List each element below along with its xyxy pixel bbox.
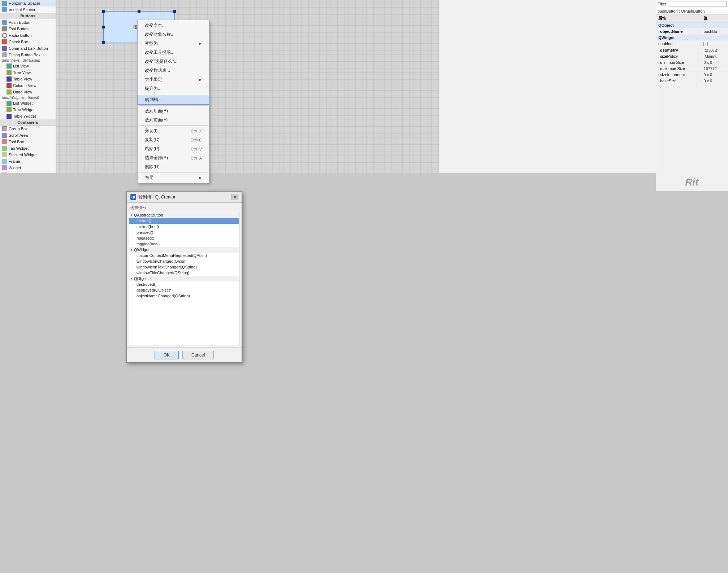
ctx-item-whatsthis[interactable]: 改变"这是什么"... bbox=[138, 57, 209, 66]
sidebar-item-tablewidget[interactable]: Table Widget bbox=[0, 113, 56, 119]
sidebar-item-radiobutton[interactable]: Radio Button bbox=[0, 32, 56, 39]
sidebar-item-listview[interactable]: List View bbox=[0, 63, 56, 69]
ctx-item-tooltip[interactable]: 改变工具提示... bbox=[138, 48, 209, 57]
signal-section-qobject[interactable]: ▾ QObject bbox=[129, 276, 239, 281]
filter-input[interactable] bbox=[668, 1, 727, 7]
sidebar-item-label: Tree View bbox=[13, 70, 31, 75]
signal-list[interactable]: ▾ QAbstractButton clicked() clicked(bool… bbox=[129, 212, 239, 345]
ctx-item-send-back[interactable]: 放到后面(B) bbox=[138, 106, 209, 115]
push-icon bbox=[2, 20, 7, 25]
sidebar-item-dialogbtn[interactable]: Dialog Button Box bbox=[0, 52, 56, 58]
signal-pressed[interactable]: pressed() bbox=[129, 229, 239, 235]
ctx-item-bring-front[interactable]: 放到前面(F) bbox=[138, 115, 209, 124]
sidebar-item-widget[interactable]: Widget bbox=[0, 165, 56, 171]
prop-row-geometry[interactable]: ›geometry [(230, 2 bbox=[656, 47, 728, 53]
ctx-label: 改变样式表... bbox=[145, 67, 170, 74]
item-views-category: Item Views...del-Based) bbox=[0, 58, 56, 63]
signal-objectname-changed[interactable]: objectNameChanged(QString) bbox=[129, 293, 239, 299]
signal-clicked[interactable]: clicked() bbox=[129, 218, 239, 224]
handle-bl bbox=[102, 41, 105, 44]
sidebar-item-stacked[interactable]: Stacked Widget bbox=[0, 152, 56, 158]
sidebar-item-toolbutton[interactable]: Tool Button bbox=[0, 26, 56, 32]
ctx-item-stylesheet[interactable]: 改变样式表... bbox=[138, 66, 209, 75]
signal-destroyed[interactable]: destroyed() bbox=[129, 281, 239, 287]
prop-row-basesize[interactable]: ›baseSize 0 x 0 bbox=[656, 78, 728, 84]
ctx-item-size-constraint[interactable]: 大小限定 ▶ bbox=[138, 75, 209, 84]
prop-val-sizeincrement: 0 x 0 bbox=[701, 71, 728, 78]
ctx-shortcut: Ctrl+C bbox=[191, 138, 202, 142]
ctx-label: 大小限定 bbox=[145, 76, 162, 83]
handle-tl bbox=[102, 10, 105, 13]
ctx-item-copy[interactable]: 复制(C) Ctrl+C bbox=[138, 135, 209, 144]
ctx-label: 粘贴(P) bbox=[145, 146, 159, 152]
signal-destroyed-qobject[interactable]: destroyed(QObject*) bbox=[129, 287, 239, 293]
sidebar-item-scrollarea[interactable]: Scroll Area bbox=[0, 132, 56, 139]
sidebar-item-groupbox[interactable]: Group Box bbox=[0, 126, 56, 132]
ctx-item-select-all[interactable]: 选择全部(A) Ctrl+A bbox=[138, 153, 209, 162]
sidebar-item-vspacer[interactable]: Vertical Spacer bbox=[0, 6, 56, 13]
undo-icon bbox=[6, 89, 12, 95]
ctx-sep-1 bbox=[139, 94, 208, 94]
ctx-item-delete[interactable]: 删除(D) bbox=[138, 162, 209, 171]
sidebar-item-label: Horizontal Spacer bbox=[9, 1, 40, 5]
ctx-item-paste[interactable]: 粘贴(P) Ctrl+V bbox=[138, 144, 209, 153]
prop-row-minsize[interactable]: ›minimumSize 0 x 0 bbox=[656, 59, 728, 65]
prop-val-minsize: 0 x 0 bbox=[701, 59, 728, 65]
signal-window-icon-text-changed[interactable]: windowIconTextChanged(QString) bbox=[129, 264, 239, 270]
prop-row-enabled[interactable]: enabled ✔ bbox=[656, 41, 728, 47]
prop-col-val: 值 bbox=[701, 14, 728, 22]
ctx-item-layout[interactable]: 布局 ▶ bbox=[138, 173, 209, 182]
sidebar-item-treeview[interactable]: Tree View bbox=[0, 69, 56, 76]
sidebar-item-label: Scroll Area bbox=[9, 133, 28, 137]
sidebar-item-tabwidget[interactable]: Tab Widget bbox=[0, 145, 56, 152]
prop-section-qwidget: QWidget bbox=[656, 35, 728, 41]
ctx-shortcut: Ctrl+X bbox=[191, 129, 202, 133]
sidebar-item-toolbox[interactable]: Tool Box bbox=[0, 139, 56, 145]
ctx-item-change-name[interactable]: 改变对象名称... bbox=[138, 30, 209, 39]
ctx-label: 变型为 bbox=[145, 40, 158, 47]
tablew-icon bbox=[6, 114, 12, 119]
sidebar-item-cmdlink[interactable]: Command Link Button bbox=[0, 45, 56, 52]
ctx-item-goto-slot[interactable]: 转到槽... bbox=[138, 95, 209, 105]
submenu-arrow: ▶ bbox=[199, 78, 202, 82]
dialog-content: ▾ QAbstractButton clicked() clicked(bool… bbox=[127, 212, 242, 347]
sidebar-item-undoview[interactable]: Undo View bbox=[0, 89, 56, 95]
prop-val-enabled: ✔ bbox=[701, 41, 728, 47]
hspacer-icon bbox=[2, 1, 7, 6]
prop-row-sizeincrement[interactable]: ›sizeIncrement 0 x 0 bbox=[656, 71, 728, 78]
prop-row-objectname[interactable]: ›objectName pushBu bbox=[656, 29, 728, 35]
sidebar-item-listwidget[interactable]: List Widget bbox=[0, 100, 56, 106]
ok-button[interactable]: OK bbox=[155, 351, 179, 359]
sidebar-item-frame[interactable]: Frame bbox=[0, 158, 56, 165]
ctx-label: 改变"这是什么"... bbox=[145, 58, 178, 65]
sidebar-item-columnview[interactable]: Column View bbox=[0, 82, 56, 89]
sidebar-item-pushbutton[interactable]: Push Button bbox=[0, 19, 56, 26]
ctx-item-change-text[interactable]: 改变文本... bbox=[138, 21, 209, 30]
signal-window-title-changed[interactable]: windowTitleChanged(QString) bbox=[129, 270, 239, 276]
sidebar-item-hspacer[interactable]: Horizontal Spacer bbox=[0, 0, 56, 6]
ctx-item-cut[interactable]: 剪切(I) Ctrl+X bbox=[138, 126, 209, 135]
ctx-item-morph[interactable]: 变型为 ▶ bbox=[138, 39, 209, 48]
prop-row-sizepolicy[interactable]: ›sizePolicy [Minimu bbox=[656, 53, 728, 59]
signal-section-qwidget[interactable]: ▾ QWidget bbox=[129, 247, 239, 253]
cancel-button[interactable]: Cancel bbox=[182, 351, 214, 359]
dialog-close-button[interactable]: ✕ bbox=[231, 194, 238, 200]
signal-released[interactable]: released() bbox=[129, 235, 239, 241]
prop-row-maxsize[interactable]: ›maximumSize 167772 bbox=[656, 65, 728, 71]
sidebar-item-tableview[interactable]: Table View bbox=[0, 76, 56, 82]
sidebar-item-label: Stacked Widget bbox=[9, 153, 36, 157]
signal-clicked-bool[interactable]: clicked(bool) bbox=[129, 224, 239, 229]
ctx-label: 提升为... bbox=[145, 86, 161, 92]
signal-custom-ctx-menu[interactable]: customContextMenuRequested(QPoint) bbox=[129, 253, 239, 258]
sidebar-item-checkbox[interactable]: Check Box bbox=[0, 39, 56, 45]
signal-toggled-bool[interactable]: toggled(bool) bbox=[129, 241, 239, 247]
sidebar-item-label: Tool Button bbox=[9, 27, 29, 31]
sidebar-item-label: Group Box bbox=[9, 127, 28, 131]
containers-section-header: Containers bbox=[0, 119, 56, 126]
sidebar-item-label: Column View bbox=[13, 83, 36, 88]
sidebar-item-treewidget[interactable]: Tree Widget bbox=[0, 106, 56, 113]
group-icon bbox=[2, 126, 7, 131]
ctx-item-promote[interactable]: 提升为... bbox=[138, 84, 209, 93]
signal-window-icon-changed[interactable]: windowIconChanged(QIcon) bbox=[129, 258, 239, 264]
signal-section-qabstractbutton[interactable]: ▾ QAbstractButton bbox=[129, 212, 239, 218]
